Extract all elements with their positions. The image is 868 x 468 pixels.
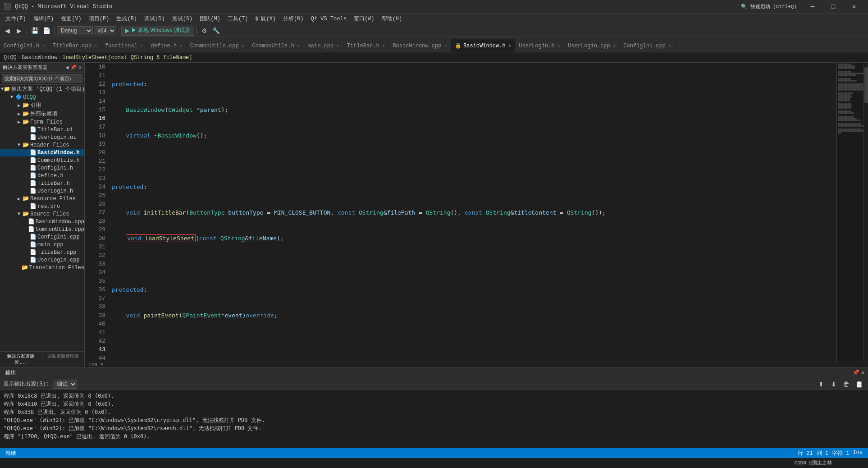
tree-item-headerfiles[interactable]: ▼ 📂 Header Files <box>0 141 84 149</box>
output-btn4[interactable]: 📋 <box>854 379 864 389</box>
config-dropdown[interactable]: Debug <box>57 26 93 35</box>
tree-item-commonutils-cpp[interactable]: 📄 CommonUtils.cpp <box>0 225 84 233</box>
tree-item-userlogin-ui[interactable]: 📄 UserLogin.ui <box>0 133 84 141</box>
sidebar-tab-solution[interactable]: 解决方案资源管... <box>0 352 42 367</box>
tree-item-formfiles[interactable]: ▶ 📂 Form Files <box>0 118 84 126</box>
tree-item-titlebar-h[interactable]: 📄 TitleBar.h <box>0 179 84 187</box>
status-row[interactable]: 行 21 <box>796 450 815 457</box>
tree-item-translationfiles[interactable]: 📂 Translation Files <box>0 264 84 271</box>
output-line: 程序 0x838 已退出, 返回值为 0 (0x0). <box>4 408 864 416</box>
tree-label: UserLogin.ui <box>37 134 76 141</box>
tree-label: 引用 <box>30 101 41 109</box>
tab-userlogin-h[interactable]: UserLogin.h× <box>515 39 564 52</box>
output-source-dropdown[interactable]: 调试 <box>53 380 77 389</box>
tab-configlni-h[interactable]: Configlni.h× <box>0 39 49 52</box>
tab-basicwindow-cpp[interactable]: BasicWindow.cpp× <box>389 39 451 52</box>
tab-define-h[interactable]: define.h× <box>147 39 186 52</box>
tab-functional[interactable]: functional× <box>101 39 147 52</box>
code-lines[interactable]: protected: BasicWindow(QWidget *parent);… <box>108 63 836 362</box>
menu-window[interactable]: 窗口(W) <box>350 14 378 24</box>
pin-panel-btn[interactable]: 📌 <box>853 369 859 376</box>
tree-item-configlni-cpp[interactable]: 📄 Configlni.cpp <box>0 233 84 241</box>
line-num: 29 <box>91 225 105 234</box>
line-num: 19 <box>91 140 105 148</box>
sidebar-pin-btn[interactable]: 📌 <box>70 64 77 70</box>
run-button[interactable]: ▶ ▶ 本地 Windows 调试器 <box>121 26 194 36</box>
toolbar-back[interactable]: ◀ <box>2 26 13 36</box>
tab-titlebar-cpp[interactable]: TitleBar.cpp× <box>49 39 101 52</box>
menu-project[interactable]: 项目(P) <box>85 14 113 24</box>
minimap: ████████████████████████████████████████… <box>836 63 863 362</box>
menu-test[interactable]: 测试(S) <box>169 14 196 24</box>
toolbar-misc1[interactable]: ⚙ <box>199 26 210 36</box>
tree-item-userlogin-h[interactable]: 📄 UserLogin.h <box>0 187 84 195</box>
minimize-button[interactable]: ─ <box>802 0 823 14</box>
menu-tools[interactable]: 工具(T) <box>224 14 252 24</box>
menu-file[interactable]: 文件(F) <box>2 14 30 24</box>
code-line: void paintEvent(QPaintEvent*event)overri… <box>112 311 833 320</box>
tab-configlni-cpp[interactable]: Configlni.cpp× <box>620 39 675 52</box>
tab-commonutils-h[interactable]: CommonUtils.h× <box>248 39 304 52</box>
sidebar-collapse-btn[interactable]: ◀ <box>66 64 69 70</box>
tree-item-define-h[interactable]: 📄 define.h <box>0 172 84 179</box>
menu-debug[interactable]: 调试(D) <box>141 14 169 24</box>
tab-basicwindow-h[interactable]: 🔒 BasicWindow.h× <box>451 39 515 52</box>
close-panel-btn[interactable]: ✕ <box>861 369 864 376</box>
tree-item-references[interactable]: ▶ 📂 引用 <box>0 101 84 110</box>
sidebar-search-input[interactable] <box>2 74 82 83</box>
path-method[interactable]: loadStyleSheet(const QString & fileName) <box>62 55 192 61</box>
path-project[interactable]: QtQQ <box>4 55 17 61</box>
status-char[interactable]: 字符 1 <box>830 450 851 457</box>
output-btn3[interactable]: 🗑 <box>841 379 852 389</box>
platform-dropdown[interactable]: x64 <box>94 26 116 35</box>
file-icon: 📄 <box>30 234 37 240</box>
tree-label: TitleBar.ui <box>37 127 73 133</box>
h-scrollbar-zoom[interactable]: 120 % <box>85 362 107 367</box>
maximize-button[interactable]: □ <box>823 0 844 14</box>
tree-item-resourcefiles[interactable]: ▶ 📂 Resource Files <box>0 195 84 202</box>
path-file[interactable]: BasicWindow <box>22 55 57 61</box>
tree-item-solution[interactable]: ▼ 📁 解决方案 'QtQQ'(1 个项目) <box>0 85 84 93</box>
tree-item-qtqq[interactable]: ▼ 🔷 QtQQ <box>0 93 84 101</box>
bottom-output[interactable]: 程序 0x18c8 已退出, 返回值为 0 (0x0). 程序 0x4910 已… <box>0 390 868 448</box>
tree-item-userlogin-cpp[interactable]: 📄 UserLogin.cpp <box>0 256 84 264</box>
close-button[interactable]: ✕ <box>844 0 864 14</box>
toolbar-save[interactable]: 💾 <box>29 26 40 36</box>
menu-edit[interactable]: 编辑(E) <box>30 14 58 24</box>
status-col[interactable]: 列 1 <box>815 450 830 457</box>
menu-build[interactable]: 生成(B) <box>113 14 141 24</box>
tree-item-sourcefiles[interactable]: ▼ 📂 Source Files <box>0 210 84 218</box>
v-scrollbar[interactable] <box>863 63 868 362</box>
menu-help[interactable]: 帮助(H) <box>378 14 406 24</box>
toolbar-saveall[interactable]: 📄 <box>41 26 52 36</box>
toolbar-forward[interactable]: ▶ <box>14 26 24 36</box>
menu-extensions[interactable]: 扩展(X) <box>251 14 279 24</box>
toolbar-misc2[interactable]: 🔧 <box>211 26 222 36</box>
status-ins[interactable]: Ins <box>851 450 864 457</box>
menu-team[interactable]: 团队(M) <box>196 14 224 24</box>
menu-qtvs[interactable]: Qt VS Tools <box>307 14 350 24</box>
status-item-ready[interactable]: 就绪 <box>4 450 18 457</box>
tab-userlogin-cpp[interactable]: UserLogin.cpp× <box>564 39 620 52</box>
tree-item-configlni-h[interactable]: 📄 Configlni.h <box>0 164 84 172</box>
tab-main-cpp[interactable]: main.cpp× <box>304 39 343 52</box>
output-btn2[interactable]: ⬇ <box>828 379 839 389</box>
tree-item-titlebar-cpp[interactable]: 📄 TitleBar.cpp <box>0 248 84 256</box>
menu-analyze[interactable]: 分析(N) <box>279 14 307 24</box>
tree-item-main-cpp[interactable]: 📄 main.cpp <box>0 241 84 248</box>
tab-commonutils-cpp[interactable]: CommonUtils.cpp× <box>187 39 249 52</box>
tree-item-basicwindow-h[interactable]: 📄 BasicWindow.h <box>0 149 84 156</box>
tree-item-commonutils-h[interactable]: 📄 CommonUtils.h <box>0 156 84 164</box>
line-num: 11 <box>91 71 105 80</box>
tree-item-external[interactable]: ▶ 📂 外部依赖项 <box>0 110 84 118</box>
output-btn1[interactable]: ⬆ <box>816 379 827 389</box>
sidebar-tab-team[interactable]: 团队资源管理器 <box>42 352 85 367</box>
menu-view[interactable]: 视图(V) <box>57 14 85 24</box>
tree-item-res-qrc[interactable]: 📄 res.qrc <box>0 202 84 210</box>
bottom-tab-output[interactable]: 输出 <box>0 367 22 378</box>
tree-item-titlebar-ui[interactable]: 📄 TitleBar.ui <box>0 126 84 133</box>
tab-titlebar-h[interactable]: TitleBar.h× <box>343 39 389 52</box>
tree-item-basicwindow-cpp[interactable]: 📄 BasicWindow.cpp <box>0 218 84 225</box>
tree-label: BasicWindow.h <box>37 150 80 156</box>
sidebar-close-btn[interactable]: ✕ <box>78 64 82 70</box>
